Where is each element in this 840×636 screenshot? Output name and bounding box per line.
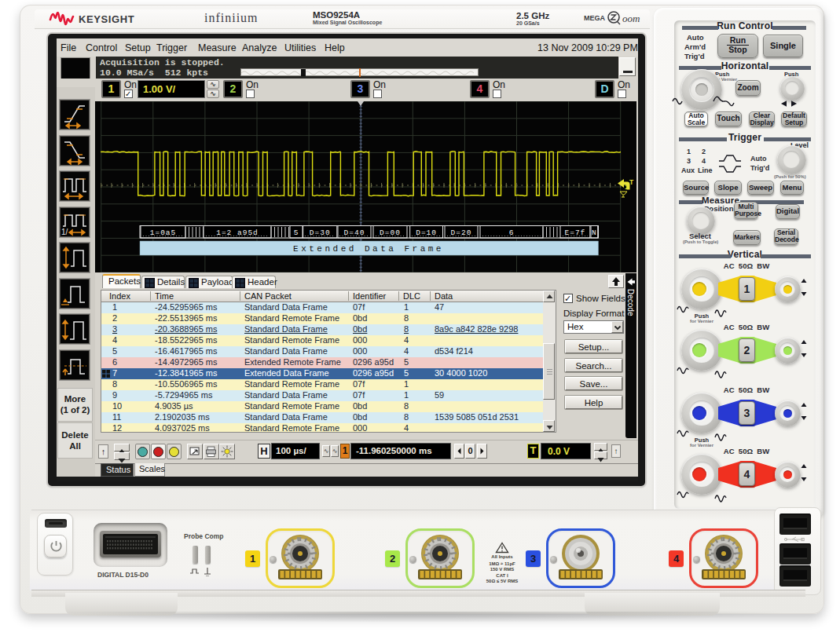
svg-text:1=2 a95d: 1=2 a95d — [216, 228, 259, 237]
svg-text:6: 6 — [509, 228, 515, 237]
svg-text:N: N — [592, 228, 597, 237]
svg-text:D=30: D=30 — [310, 228, 331, 237]
svg-text:D=20: D=20 — [451, 228, 472, 237]
svg-text:D=10: D=10 — [416, 228, 437, 237]
svg-text:1/: 1/ — [61, 228, 68, 236]
svg-text:D=40: D=40 — [344, 228, 365, 237]
svg-text:D=00: D=00 — [380, 228, 401, 237]
svg-text:E=7f: E=7f — [564, 228, 585, 237]
svg-text:Extended Data Frame: Extended Data Frame — [293, 244, 444, 254]
svg-text:1=0a5: 1=0a5 — [150, 228, 177, 237]
svg-text:T: T — [629, 178, 634, 186]
svg-text:5: 5 — [294, 228, 299, 237]
svg-text:1: 1 — [625, 183, 629, 191]
